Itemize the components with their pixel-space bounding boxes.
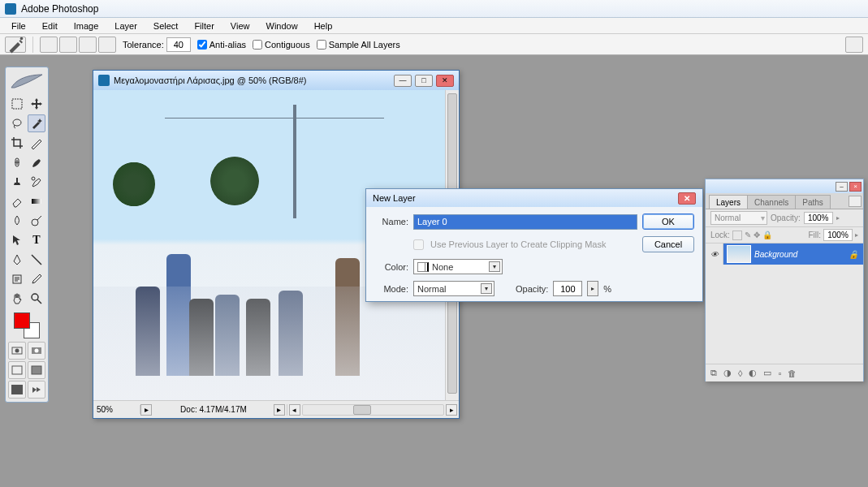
menu-image[interactable]: Image	[66, 19, 107, 33]
panel-titlebar[interactable]: – ×	[706, 179, 863, 193]
scroll-right-icon[interactable]: ▸	[446, 404, 457, 416]
preset-button-3[interactable]	[79, 37, 97, 53]
type-tool[interactable]: T	[28, 231, 45, 249]
menu-layer[interactable]: Layer	[106, 19, 145, 33]
contiguous-input[interactable]	[253, 40, 262, 50]
brush-tool[interactable]	[28, 153, 45, 171]
screen-mode-full[interactable]	[8, 381, 26, 399]
layer-thumbnail[interactable]	[727, 245, 751, 263]
panel-minimize-icon[interactable]: –	[836, 182, 848, 192]
preset-button-2[interactable]	[59, 37, 77, 53]
blend-mode-select[interactable]: Normal	[710, 211, 767, 225]
shape-tool[interactable]	[28, 251, 45, 269]
fill-flyout-icon[interactable]: ▸	[855, 231, 858, 239]
quick-mask-edit[interactable]	[28, 342, 45, 360]
pen-tool[interactable]	[8, 251, 26, 269]
notes-tool[interactable]	[8, 270, 26, 288]
close-button[interactable]: ✕	[436, 75, 454, 87]
docinfo-menu-icon[interactable]: ▸	[274, 404, 285, 416]
zoom-tool[interactable]	[28, 290, 45, 308]
lasso-tool[interactable]	[8, 114, 26, 132]
fill-input[interactable]	[823, 229, 853, 241]
lock-position-icon[interactable]: ✥	[754, 231, 760, 239]
eyedropper-tool[interactable]	[28, 270, 45, 288]
screen-mode-standard[interactable]	[8, 361, 26, 379]
layer-style-icon[interactable]: ◑	[723, 368, 732, 378]
dodge-tool[interactable]	[28, 212, 45, 230]
magic-wand-tool[interactable]	[28, 114, 45, 132]
ok-button[interactable]: OK	[642, 213, 694, 230]
panel-opacity-input[interactable]	[804, 212, 833, 224]
eraser-tool[interactable]	[8, 192, 26, 210]
minimize-button[interactable]: —	[394, 75, 412, 87]
zoom-menu-icon[interactable]: ▸	[140, 404, 152, 416]
mode-select[interactable]: Normal ▾	[413, 281, 494, 296]
horizontal-scrollbar[interactable]: ◂ ▸	[287, 404, 459, 416]
delete-layer-icon[interactable]: 🗑	[788, 368, 797, 378]
anti-alias-input[interactable]	[197, 40, 207, 50]
menu-edit[interactable]: Edit	[34, 19, 66, 33]
new-group-icon[interactable]: ▭	[763, 368, 771, 378]
scroll-left-icon[interactable]: ◂	[289, 404, 300, 416]
lock-transparency-icon[interactable]	[732, 231, 742, 240]
menu-file[interactable]: File	[3, 19, 34, 33]
screen-mode-fullmenu[interactable]	[28, 361, 45, 379]
panel-close-icon[interactable]: ×	[849, 182, 862, 192]
lock-paint-icon[interactable]: ✎	[745, 231, 751, 239]
blur-tool[interactable]	[8, 212, 26, 230]
color-select[interactable]: None ▾	[413, 259, 503, 274]
crop-tool[interactable]	[8, 134, 26, 152]
marquee-tool[interactable]	[8, 95, 26, 113]
preset-button-4[interactable]	[98, 37, 116, 53]
path-selection-tool[interactable]	[8, 231, 26, 249]
layer-name-input[interactable]	[413, 214, 637, 230]
zoom-level[interactable]: 50%	[93, 405, 140, 414]
lock-all-icon[interactable]: 🔒	[762, 231, 772, 239]
sample-all-input[interactable]	[317, 40, 326, 50]
document-titlebar[interactable]: Μεγαλομοναστήρι Λάρισας.jpg @ 50% (RGB/8…	[93, 71, 459, 90]
current-tool-indicator[interactable]	[5, 37, 26, 53]
menu-help[interactable]: Help	[306, 19, 341, 33]
healing-brush-tool[interactable]	[8, 153, 26, 171]
channels-tab[interactable]: Channels	[747, 195, 796, 209]
cancel-button[interactable]: Cancel	[642, 236, 694, 252]
gradient-tool[interactable]	[28, 192, 45, 210]
color-swatches[interactable]	[14, 312, 40, 338]
quick-mask-mode[interactable]	[8, 342, 26, 360]
menu-window[interactable]: Window	[258, 19, 306, 33]
foreground-color-swatch[interactable]	[14, 312, 30, 329]
palette-well-icon[interactable]	[845, 37, 863, 53]
history-brush-tool[interactable]	[28, 173, 45, 191]
document-info[interactable]: Doc: 4.17M/4.17M	[153, 405, 274, 414]
dialog-close-button[interactable]: ✕	[678, 192, 696, 205]
menu-filter[interactable]: Filter	[186, 19, 222, 33]
maximize-button[interactable]: □	[415, 75, 433, 87]
sample-all-checkbox[interactable]: Sample All Layers	[317, 40, 400, 50]
adjustment-layer-icon[interactable]: ◐	[749, 368, 757, 378]
dropdown-icon[interactable]: ▾	[481, 283, 492, 294]
layer-row[interactable]: 👁 Background 🔒	[706, 244, 863, 265]
slice-tool[interactable]	[28, 134, 45, 152]
menu-select[interactable]: Select	[145, 19, 187, 33]
hand-tool[interactable]	[8, 290, 26, 308]
imageready-jump[interactable]	[28, 381, 45, 399]
menu-view[interactable]: View	[222, 19, 258, 33]
paths-tab[interactable]: Paths	[795, 195, 831, 209]
opacity-input[interactable]	[553, 281, 582, 296]
panel-menu-icon[interactable]	[849, 196, 862, 207]
layer-mask-icon[interactable]: ◊	[738, 368, 742, 378]
opacity-flyout-icon[interactable]: ▸	[836, 214, 840, 222]
move-tool[interactable]	[28, 95, 45, 113]
layers-tab[interactable]: Layers	[709, 195, 748, 209]
contiguous-checkbox[interactable]: Contiguous	[253, 40, 310, 50]
tolerance-input[interactable]	[166, 37, 191, 52]
clone-stamp-tool[interactable]	[8, 173, 26, 191]
new-layer-icon[interactable]: ▫	[778, 368, 781, 378]
dropdown-icon[interactable]: ▾	[489, 261, 500, 272]
visibility-eye-icon[interactable]: 👁	[706, 244, 723, 265]
anti-alias-checkbox[interactable]: Anti-alias	[197, 40, 246, 50]
preset-button-1[interactable]	[40, 37, 58, 53]
link-layers-icon[interactable]: ⧉	[710, 368, 717, 378]
horizontal-scrollbar-thumb[interactable]	[353, 405, 371, 415]
opacity-flyout-icon[interactable]: ▸	[587, 281, 598, 296]
